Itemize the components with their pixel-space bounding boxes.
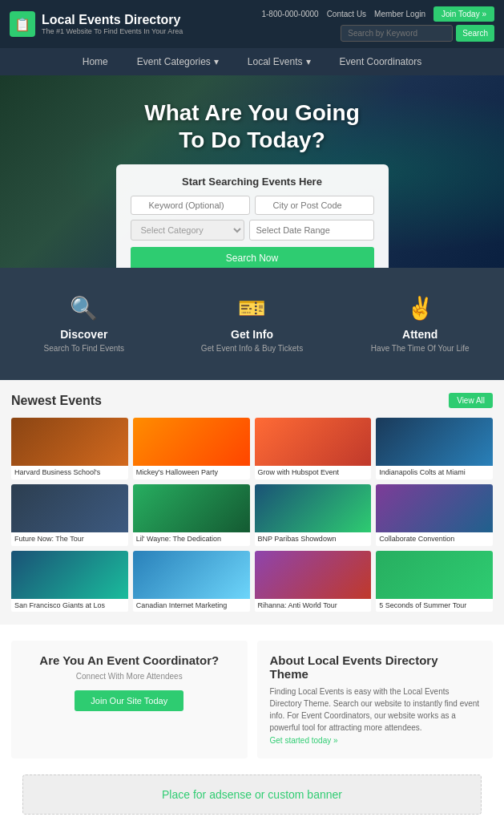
- main-nav: Home Event Categories ▾ Local Events ▾ E…: [0, 48, 504, 75]
- feature-getinfo-title: Get Info: [184, 328, 321, 341]
- phone-number: 1-800-000-0000: [261, 10, 318, 18]
- event-card[interactable]: Collaborate Convention: [376, 484, 493, 546]
- location-input-wrapper: [255, 196, 374, 215]
- attend-icon: ✌: [352, 295, 488, 322]
- header-search-button[interactable]: Search: [456, 25, 494, 42]
- event-card[interactable]: Canadian Internet Marketing: [133, 551, 250, 613]
- event-image: [11, 418, 128, 466]
- event-card[interactable]: BNP Paribas Showdown: [255, 484, 372, 546]
- feature-discover-sub: Search To Find Events: [16, 344, 152, 353]
- event-image: [11, 484, 128, 532]
- coordinator-join-button[interactable]: Join Our Site Today: [75, 690, 183, 711]
- event-label: Mickey's Halloween Party: [133, 466, 250, 479]
- header-top-links: 1-800-000-0000 Contact Us Member Login J…: [261, 6, 494, 22]
- promo-section: Are You An Event Coordinator? Connect Wi…: [0, 625, 504, 774]
- event-search-box: Start Searching Events Here Select Categ…: [116, 164, 389, 268]
- search-box-title: Start Searching Events Here: [131, 176, 374, 188]
- logo-text: Local Events Directory The #1 Website To…: [42, 13, 183, 35]
- date-input[interactable]: [249, 220, 374, 241]
- newest-events-section: Newest Events View All Harvard Business …: [0, 380, 504, 625]
- site-title: Local Events Directory: [42, 13, 183, 27]
- feature-getinfo: 🎫 Get Info Get Event Info & Buy Tickets: [168, 287, 337, 361]
- event-image: [376, 551, 493, 599]
- feature-discover-title: Discover: [16, 328, 152, 341]
- event-card[interactable]: Rihanna: Anti World Tour: [255, 551, 372, 613]
- coordinator-title: Are You An Event Coordinator?: [24, 653, 235, 667]
- search-now-button[interactable]: Search Now: [131, 247, 374, 268]
- member-login-link[interactable]: Member Login: [374, 10, 425, 18]
- header-search-bar: Search: [341, 25, 494, 42]
- event-label: Rihanna: Anti World Tour: [255, 599, 372, 613]
- event-card[interactable]: Grow with Hubspot Event: [255, 418, 372, 479]
- about-text: Finding Local Events is easy with the Lo…: [270, 686, 481, 734]
- nav-home[interactable]: Home: [68, 48, 123, 75]
- event-card[interactable]: Future Now: The Tour: [11, 484, 128, 546]
- event-image: [255, 551, 372, 599]
- event-image: [255, 484, 372, 532]
- event-label: San Francisco Giants at Los: [11, 599, 128, 613]
- events-section-header: Newest Events View All: [11, 393, 493, 408]
- hero-section: What Are You Going To Do Today? Start Se…: [0, 75, 504, 268]
- feature-attend: ✌ Attend Have The Time Of Your Life: [336, 287, 504, 361]
- event-image: [376, 484, 493, 532]
- header: 📋 Local Events Directory The #1 Website …: [0, 0, 504, 48]
- feature-attend-sub: Have The Time Of Your Life: [352, 344, 488, 353]
- contact-link[interactable]: Contact Us: [327, 10, 366, 18]
- getinfo-icon: 🎫: [184, 295, 321, 322]
- nav-event-coordinators[interactable]: Event Coordinators: [325, 48, 437, 75]
- keyword-input-wrapper: [131, 196, 250, 215]
- search-row-1: [131, 196, 374, 215]
- event-card[interactable]: San Francisco Giants at Los: [11, 551, 128, 613]
- event-card[interactable]: Lil' Wayne: The Dedication: [133, 484, 250, 546]
- event-label: Grow with Hubspot Event: [255, 466, 372, 479]
- nav-event-categories[interactable]: Event Categories ▾: [123, 48, 233, 75]
- event-label: Lil' Wayne: The Dedication: [133, 532, 250, 546]
- header-search-input[interactable]: [341, 25, 453, 42]
- location-input[interactable]: [255, 196, 374, 215]
- events-section-title: Newest Events: [11, 394, 102, 408]
- join-today-button[interactable]: Join Today »: [433, 6, 494, 22]
- feature-discover: 🔍 Discover Search To Find Events: [0, 287, 168, 361]
- feature-getinfo-sub: Get Event Info & Buy Tickets: [184, 344, 321, 353]
- discover-icon: 🔍: [16, 295, 152, 322]
- event-label: Collaborate Convention: [376, 532, 493, 546]
- event-image: [133, 551, 250, 599]
- event-image: [11, 551, 128, 599]
- banner-text: Place for adsense or custom banner: [162, 788, 342, 801]
- event-label: 5 Seconds of Summer Tour: [376, 599, 493, 613]
- event-card[interactable]: Mickey's Halloween Party: [133, 418, 250, 479]
- site-subtitle: The #1 Website To Find Events In Your Ar…: [42, 27, 183, 35]
- event-image: [133, 484, 250, 532]
- about-link[interactable]: Get started today »: [270, 736, 338, 745]
- coordinator-box: Are You An Event Coordinator? Connect Wi…: [11, 641, 248, 758]
- ad-banner: Place for adsense or custom banner: [22, 774, 482, 815]
- header-right: 1-800-000-0000 Contact Us Member Login J…: [261, 6, 494, 42]
- event-label: Future Now: The Tour: [11, 532, 128, 546]
- event-label: Harvard Business School's: [11, 466, 128, 479]
- logo-icon: 📋: [10, 11, 35, 37]
- event-image: [133, 418, 250, 466]
- nav-local-events[interactable]: Local Events ▾: [233, 48, 325, 75]
- event-card[interactable]: Harvard Business School's: [11, 418, 128, 479]
- banner-wrapper: Place for adsense or custom banner: [0, 774, 504, 821]
- hero-title: What Are You Going To Do Today?: [144, 99, 360, 153]
- event-card[interactable]: 5 Seconds of Summer Tour: [376, 551, 493, 613]
- event-label: BNP Paribas Showdown: [255, 532, 372, 546]
- logo-area: 📋 Local Events Directory The #1 Website …: [10, 11, 183, 37]
- event-card[interactable]: Indianapolis Colts at Miami: [376, 418, 493, 479]
- event-label: Canadian Internet Marketing: [133, 599, 250, 613]
- coordinator-sub: Connect With More Attendees: [24, 672, 235, 681]
- event-image: [376, 418, 493, 466]
- feature-attend-title: Attend: [352, 328, 488, 341]
- event-image: [255, 418, 372, 466]
- events-grid: Harvard Business School's Mickey's Hallo…: [11, 418, 493, 612]
- features-section: 🔍 Discover Search To Find Events 🎫 Get I…: [0, 268, 504, 380]
- keyword-input[interactable]: [131, 196, 250, 215]
- about-title: About Local Events Directory Theme: [270, 653, 481, 681]
- event-label: Indianapolis Colts at Miami: [376, 466, 493, 479]
- category-select[interactable]: Select Category: [131, 220, 244, 241]
- search-row-2: Select Category: [131, 220, 374, 241]
- about-box: About Local Events Directory Theme Findi…: [257, 641, 494, 758]
- view-all-button[interactable]: View All: [449, 393, 493, 408]
